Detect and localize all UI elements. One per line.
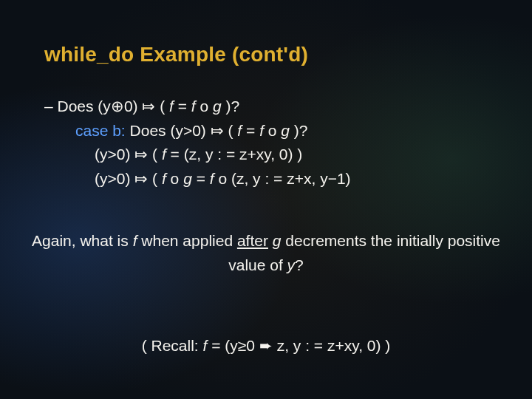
text: (y>0): [95, 146, 134, 163]
implies-icon: ⤇: [211, 122, 224, 139]
slide-title: while_do Example (cont'd): [44, 43, 488, 66]
text: o: [166, 170, 183, 187]
bullet-dash: –: [44, 98, 58, 115]
text: (: [155, 98, 169, 115]
text: )?: [222, 98, 240, 115]
text: o: [264, 122, 281, 139]
text: ?: [295, 256, 304, 273]
text: when applied: [137, 232, 236, 249]
text: )?: [290, 122, 308, 139]
implies-icon: ⤇: [134, 170, 148, 187]
text: (y>0): [95, 170, 134, 187]
line-3: (y>0) ⤇ ( f = (z, y : = z+xy, 0) ): [44, 143, 502, 167]
question-text: Again, what is f when applied after g de…: [30, 229, 502, 277]
text: o (z, y : = z+x, y−1): [214, 170, 351, 187]
implies-icon: ⤇: [134, 146, 148, 163]
underline-after: after: [237, 232, 268, 249]
text: = (y≥0: [207, 337, 259, 354]
recall-text: ( Recall: f = (y≥0 ➨ z, y : = z+xy, 0) ): [30, 337, 502, 355]
text: Does (y>0): [130, 122, 211, 139]
implies-icon: ⤇: [142, 98, 155, 115]
text: = (z, y : = z+xy, 0) ): [166, 146, 303, 163]
text: 0): [124, 98, 143, 115]
text: =: [174, 98, 191, 115]
var-g: g: [281, 122, 290, 139]
case-label: case b:: [75, 122, 130, 139]
var-g: g: [183, 170, 192, 187]
text: o: [196, 98, 213, 115]
text: =: [242, 122, 259, 139]
var-y: y: [287, 256, 296, 273]
slide-content: – Does (y⊕0) ⤇ ( f = f o g )? case b: Do…: [44, 95, 502, 191]
text: (: [148, 170, 162, 187]
line-2: case b: Does (y>0) ⤇ ( f = f o g )?: [44, 119, 502, 143]
line-1: – Does (y⊕0) ⤇ ( f = f o g )?: [44, 95, 502, 119]
var-g: g: [213, 98, 222, 115]
text: (: [148, 146, 162, 163]
var-g: g: [273, 232, 282, 249]
text: Again, what is: [32, 232, 133, 249]
line-4: (y>0) ⤇ ( f o g = f o (z, y : = z+x, y−1…: [44, 167, 502, 191]
arrow-icon: ➨: [259, 337, 273, 354]
text: Does (y: [58, 98, 111, 115]
text: =: [192, 170, 210, 187]
compare-icon: ⊕: [111, 98, 124, 115]
text: ( Recall:: [142, 337, 203, 354]
text: z, y : = z+xy, 0) ): [273, 337, 390, 354]
slide: while_do Example (cont'd) – Does (y⊕0) ⤇…: [0, 0, 532, 399]
text: (: [224, 122, 238, 139]
